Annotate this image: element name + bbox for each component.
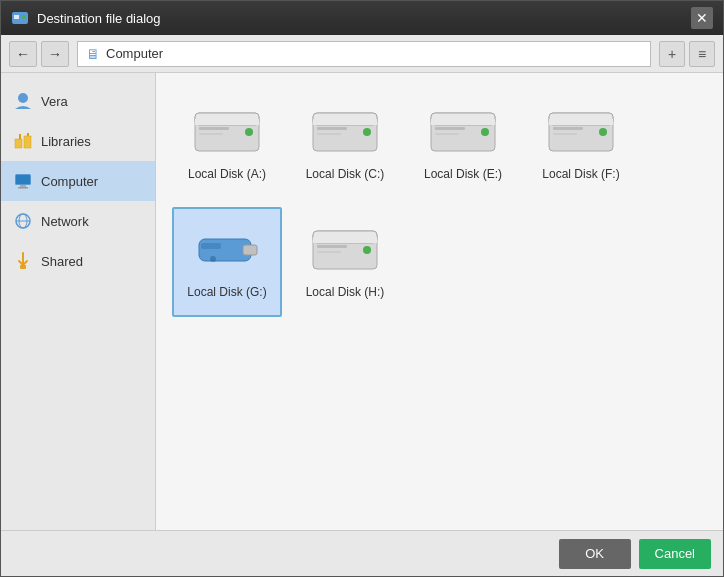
svg-point-31	[481, 128, 489, 136]
destination-file-dialog: Destination file dialog ✕ ← → 🖥 Computer…	[0, 0, 724, 577]
disk-h-label: Local Disk (H:)	[306, 285, 385, 299]
sidebar-item-libraries[interactable]: Libraries	[1, 121, 155, 161]
disk-item-f[interactable]: Local Disk (F:)	[526, 89, 636, 199]
svg-point-47	[363, 246, 371, 254]
svg-point-19	[245, 128, 253, 136]
disk-icon-f	[545, 101, 617, 161]
svg-rect-18	[195, 119, 259, 125]
disk-e-label: Local Disk (E:)	[424, 167, 502, 181]
address-bar: 🖥 Computer	[77, 41, 651, 67]
libraries-icon	[13, 131, 33, 151]
disk-g-label: Local Disk (G:)	[187, 285, 266, 299]
disk-item-a[interactable]: Local Disk (A:)	[172, 89, 282, 199]
sidebar: Vera Libraries	[1, 73, 156, 530]
sidebar-vera-label: Vera	[41, 94, 68, 109]
svg-rect-30	[431, 119, 495, 125]
svg-rect-38	[553, 127, 583, 130]
svg-rect-42	[201, 243, 221, 249]
computer-icon: 🖥	[86, 46, 100, 62]
title-bar-left: Destination file dialog	[11, 9, 161, 27]
sidebar-computer-label: Computer	[41, 174, 98, 189]
disk-a-label: Local Disk (A:)	[188, 167, 266, 181]
svg-rect-26	[317, 127, 347, 130]
dialog-title: Destination file dialog	[37, 11, 161, 26]
disk-icon-h	[309, 219, 381, 279]
svg-rect-32	[435, 127, 465, 130]
disk-icon-a	[191, 101, 263, 161]
sidebar-network-label: Network	[41, 214, 89, 229]
sidebar-shared-label: Shared	[41, 254, 83, 269]
svg-rect-15	[20, 265, 26, 269]
svg-rect-21	[199, 133, 223, 135]
svg-rect-9	[16, 175, 30, 184]
svg-rect-46	[313, 237, 377, 243]
disk-item-e[interactable]: Local Disk (E:)	[408, 89, 518, 199]
svg-rect-24	[313, 119, 377, 125]
disk-f-label: Local Disk (F:)	[542, 167, 619, 181]
svg-rect-49	[317, 251, 341, 253]
network-icon	[13, 211, 33, 231]
vera-icon	[13, 91, 33, 111]
title-bar: Destination file dialog ✕	[1, 1, 723, 35]
svg-rect-10	[20, 185, 26, 187]
toolbar: ← → 🖥 Computer + ≡	[1, 35, 723, 73]
toolbar-right: + ≡	[659, 41, 715, 67]
svg-rect-4	[15, 139, 22, 148]
svg-rect-48	[317, 245, 347, 248]
svg-point-25	[363, 128, 371, 136]
disk-icon-g	[191, 219, 263, 279]
back-button[interactable]: ←	[9, 41, 37, 67]
disk-item-g[interactable]: Local Disk (G:)	[172, 207, 282, 317]
footer: OK Cancel	[1, 530, 723, 576]
address-text: Computer	[106, 46, 163, 61]
forward-button[interactable]: →	[41, 41, 69, 67]
svg-rect-5	[24, 136, 31, 148]
svg-rect-33	[435, 133, 459, 135]
disk-icon-c	[309, 101, 381, 161]
disk-item-h[interactable]: Local Disk (H:)	[290, 207, 400, 317]
sidebar-libraries-label: Libraries	[41, 134, 91, 149]
disk-c-label: Local Disk (C:)	[306, 167, 385, 181]
svg-rect-11	[18, 187, 28, 189]
disk-icon-e	[427, 101, 499, 161]
svg-rect-27	[317, 133, 341, 135]
svg-point-3	[18, 93, 28, 103]
dialog-icon	[11, 9, 29, 27]
sidebar-item-computer[interactable]: Computer	[1, 161, 155, 201]
svg-rect-39	[553, 133, 577, 135]
shared-icon	[13, 251, 33, 271]
svg-rect-41	[243, 245, 257, 255]
ok-button[interactable]: OK	[559, 539, 631, 569]
main-content: Vera Libraries	[1, 73, 723, 530]
svg-rect-6	[19, 134, 21, 139]
svg-rect-1	[14, 15, 19, 19]
svg-rect-7	[27, 133, 29, 136]
file-area: Local Disk (A:) Local Disk (C:)	[156, 73, 723, 530]
disk-item-c[interactable]: Local Disk (C:)	[290, 89, 400, 199]
list-view-button[interactable]: ≡	[689, 41, 715, 67]
svg-point-37	[599, 128, 607, 136]
svg-rect-36	[549, 119, 613, 125]
computer-nav-icon	[13, 171, 33, 191]
sidebar-item-network[interactable]: Network	[1, 201, 155, 241]
sidebar-item-shared[interactable]: Shared	[1, 241, 155, 281]
cancel-button[interactable]: Cancel	[639, 539, 711, 569]
svg-rect-20	[199, 127, 229, 130]
sidebar-item-vera[interactable]: Vera	[1, 81, 155, 121]
close-button[interactable]: ✕	[691, 7, 713, 29]
svg-point-43	[210, 256, 216, 262]
svg-point-2	[22, 15, 26, 19]
new-folder-button[interactable]: +	[659, 41, 685, 67]
